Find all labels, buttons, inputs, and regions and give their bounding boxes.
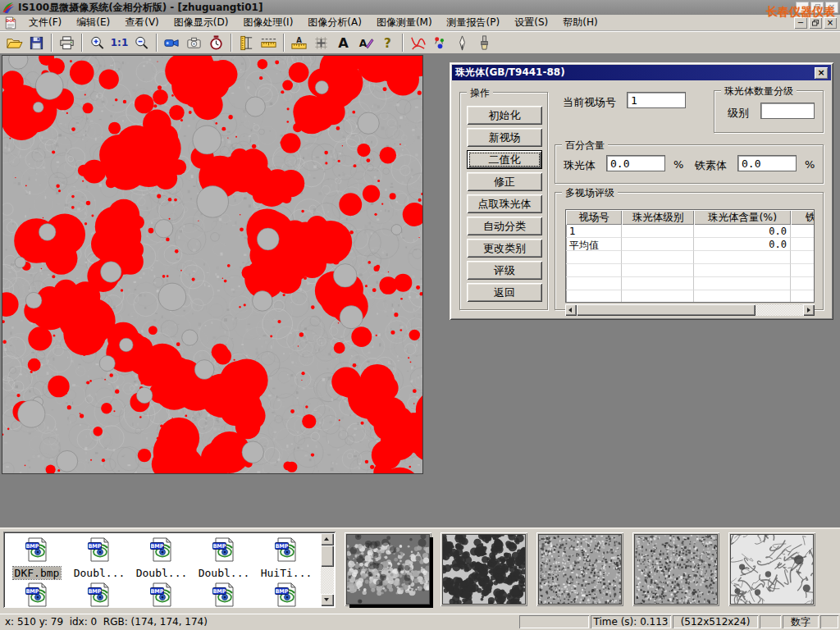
table-horizontal-scrollbar[interactable] [565,304,815,316]
image-thumbnail[interactable] [632,532,719,606]
mdi-minimize-button[interactable]: − [794,17,807,29]
restore-button[interactable] [810,2,824,13]
print-button[interactable] [56,33,78,52]
file-item[interactable]: BMPDoubl... [130,534,193,579]
scrollbar-track[interactable] [756,304,803,316]
menu-item[interactable]: 图像测量(M) [369,14,440,31]
menu-item[interactable]: 查看(V) [117,14,167,31]
table-header-cell[interactable]: 珠光体含量(%) [694,210,791,225]
capture-button[interactable] [183,33,205,52]
file-item[interactable]: BMP [255,579,317,608]
status-time: Time (s): 0.113 [591,615,671,628]
dialog-close-button[interactable]: × [815,67,828,79]
menu-item[interactable]: 编辑(E) [69,14,117,31]
file-item[interactable]: BMP [130,579,193,608]
file-item[interactable]: BMPDoubl... [68,534,130,579]
menu-item[interactable]: 图像处理(I) [235,14,300,31]
timer-button[interactable] [205,33,227,52]
scroll-left-button[interactable] [565,304,577,316]
text-button[interactable]: A [332,33,354,52]
grade-level-input[interactable] [760,103,815,119]
table-cell [694,277,791,290]
dialog-title-bar[interactable]: 珠光体(GB/T9441-88) × [452,65,831,80]
table-header-cell[interactable]: 视场号 [566,210,622,225]
new-field-button[interactable]: 新视场 [467,128,542,147]
mdi-restore-button[interactable] [809,17,822,29]
bmp-file-icon: BMP [24,536,50,565]
menu-item[interactable]: 文件(F) [21,14,69,31]
ruler-button[interactable] [258,33,280,52]
help-button[interactable]: ? [377,33,399,52]
table-row[interactable]: 10.0 [566,225,814,238]
menu-item[interactable]: 图像分析(A) [300,14,369,31]
bmp-file-icon: BMP [211,536,237,565]
table-header-cell[interactable]: 铁素体含量(%) [791,210,815,225]
mdi-close-button[interactable]: × [824,17,837,29]
minimize-button[interactable] [796,2,809,13]
micrograph-image[interactable] [2,55,423,474]
grid-button[interactable] [310,33,332,52]
actual-size-button[interactable]: 1:1 [108,33,130,52]
grade-button[interactable]: 评级 [467,261,542,280]
ferrite-percent-input[interactable] [737,155,797,171]
pearlite-percent-input[interactable] [606,155,665,171]
bmp-file-icon: BMP [211,582,237,608]
table-cell [694,251,791,264]
annotate-button[interactable]: A [354,33,377,52]
pick-pearlite-button[interactable]: 点取珠光体 [467,194,542,213]
scroll-up-button[interactable] [321,533,334,546]
initialize-button[interactable]: 初始化 [467,106,542,125]
table-empty-row[interactable] [566,251,814,264]
phase-dots-icon [431,34,449,52]
scroll-down-button[interactable] [321,594,334,606]
table-header-cell[interactable]: 珠光体级别 [622,210,694,225]
image-thumbnail[interactable] [345,532,431,606]
video-button[interactable] [161,33,183,52]
table-row[interactable]: 平均值0.0 [566,238,814,251]
measure-button[interactable]: A [288,33,310,52]
file-item[interactable]: BMPHuiTi... [255,534,317,579]
return-button[interactable]: 返回 [467,283,542,302]
table-empty-row[interactable] [566,290,814,303]
scroll-right-button[interactable] [803,304,815,316]
correct-button[interactable]: 修正 [467,172,542,191]
phase-dots-button[interactable] [429,33,451,52]
status-bar: x: 510 y: 79 idx: 0 RGB: (174, 174, 174)… [0,614,840,630]
auto-classify-button[interactable]: 自动分类 [467,217,542,235]
file-item[interactable]: BMP [68,579,130,608]
brush-button[interactable] [473,33,495,52]
table-empty-row[interactable] [566,264,814,277]
thumbnail-canvas [442,534,526,605]
file-item[interactable]: BMP [6,579,68,608]
current-field-input[interactable] [627,92,686,108]
file-scrollbar[interactable] [321,533,334,606]
toolbar-separator [156,34,158,52]
file-item[interactable]: BMPDoubl... [193,534,255,579]
scrollbar-thumb[interactable] [577,304,756,316]
curve-button[interactable] [407,33,429,52]
zoom-in-button[interactable] [86,33,108,52]
open-button[interactable] [3,33,25,52]
image-thumbnail[interactable] [441,532,527,606]
caliper-button[interactable] [235,33,258,52]
close-button[interactable]: × [825,2,838,13]
image-thumbnail[interactable] [536,532,623,606]
table-cell [694,264,791,277]
file-item[interactable]: BMPDKF.bmp [6,534,68,579]
zoom-out-button[interactable] [130,33,153,52]
multi-field-table[interactable]: 视场号珠光体级别珠光体含量(%)铁素体含量(%)10.0平均值0.0 [565,209,815,303]
menu-item[interactable]: 测量报告(P) [440,14,508,31]
scrollbar-thumb[interactable] [321,546,334,567]
menu-item[interactable]: 帮助(H) [555,14,605,31]
image-thumbnail[interactable] [728,532,815,606]
file-item[interactable]: BMP [193,579,255,608]
menu-item[interactable]: 图像显示(D) [167,14,236,31]
table-empty-row[interactable] [566,277,814,290]
pearlite-dialog: 珠光体(GB/T9441-88) × 操作 初始化新视场二值化修正点取珠光体自动… [450,62,833,320]
menu-item[interactable]: 设置(S) [507,14,555,31]
save-button[interactable] [25,33,48,52]
binarize-button[interactable]: 二值化 [467,150,542,169]
change-class-button[interactable]: 更改类别 [467,239,542,258]
picker-button[interactable] [451,33,473,52]
svg-text:A: A [359,37,368,49]
